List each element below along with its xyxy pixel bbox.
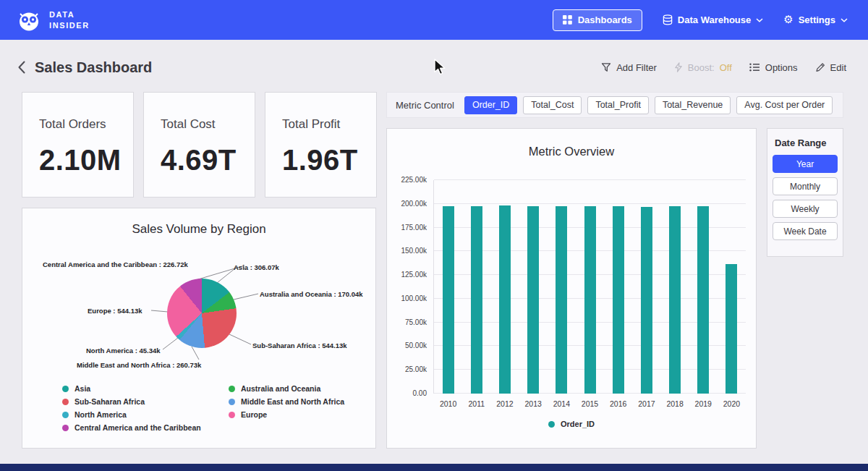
app-root: DATA INSIDER Dashboards D — [0, 0, 868, 471]
footer-bar — [0, 464, 868, 471]
bar-slot — [490, 180, 519, 394]
kpi-value: 4.69T — [161, 144, 255, 177]
boost-toggle[interactable]: Boost: Off — [674, 62, 732, 73]
legend-label: North America — [75, 410, 127, 419]
legend-dot — [62, 412, 69, 418]
brand-line2: INSIDER — [49, 20, 90, 31]
x-tick-label: 2012 — [490, 399, 519, 408]
y-axis: 0.0025.00k50.00k75.00k100.00k125.00k150.… — [393, 177, 433, 397]
kpi-value: 1.96T — [282, 144, 376, 177]
pie-label-australia-and-oceania: Australia and Oceania : 170.04k — [260, 290, 363, 298]
options-label: Options — [765, 62, 798, 73]
date-range-button-year[interactable]: Year — [773, 155, 838, 173]
pie-graphic[interactable] — [167, 279, 237, 348]
bar-2012[interactable] — [499, 205, 511, 394]
x-tick-label: 2010 — [434, 399, 462, 408]
pie-legend-column: AsiaSub-Saharan AfricaNorth AmericaCentr… — [62, 384, 229, 432]
pie-chart-card: Sales Volume by Region Central America a… — [22, 208, 376, 449]
bar-2017[interactable] — [641, 207, 652, 394]
bar-slot — [548, 180, 576, 394]
bar-2016[interactable] — [613, 206, 624, 394]
x-tick-label: 2019 — [689, 399, 718, 408]
date-range-button-week-date[interactable]: Week Date — [773, 222, 838, 240]
kpi-label: Total Profit — [282, 117, 376, 132]
bar-2018[interactable] — [669, 206, 681, 394]
legend-item-europe[interactable]: Europe — [229, 410, 344, 419]
options-button[interactable]: Options — [749, 62, 798, 73]
x-tick-label: 2020 — [718, 399, 746, 408]
bar-chart: 0.0025.00k50.00k75.00k100.00k125.00k150.… — [393, 180, 746, 394]
bar-slot — [434, 180, 462, 394]
pie-legend-column: Australia and OceaniaMiddle East and Nor… — [229, 384, 344, 432]
legend-item-central-america-and-the-caribbean[interactable]: Central America and the Caribbean — [62, 423, 229, 432]
legend-dot — [229, 412, 235, 418]
pie-label-north-america: North America : 45.34k — [86, 347, 161, 355]
legend-dot — [62, 386, 69, 392]
data-warehouse-label: Data Warehouse — [678, 14, 751, 25]
list-icon — [749, 63, 760, 72]
date-range-button-monthly[interactable]: Monthly — [773, 177, 838, 195]
dashboard-header: Sales Dashboard Add Filter Boost: Off — [17, 55, 846, 80]
bar-slot — [604, 180, 632, 394]
legend-item-asia[interactable]: Asia — [62, 384, 229, 393]
dashboards-button[interactable]: Dashboards — [553, 9, 642, 31]
metric-button-total-profit[interactable]: Total_Profit — [587, 96, 649, 114]
data-warehouse-menu[interactable]: Data Warehouse — [663, 14, 763, 25]
bar-2014[interactable] — [556, 206, 567, 394]
settings-menu[interactable]: ⚙ Settings — [783, 14, 848, 25]
bar-chart-legend: Order_ID — [387, 420, 756, 428]
boost-label: Boost: — [688, 62, 715, 73]
pie-label-middle-east-and-north-africa: Middle East and North Africa : 260.73k — [77, 361, 201, 369]
edit-label: Edit — [830, 62, 846, 73]
bar-slot — [661, 180, 689, 394]
chevron-down-icon — [756, 18, 763, 22]
date-range-panel: Date Range YearMonthlyWeeklyWeek Date — [767, 128, 843, 257]
bar-slot — [632, 180, 660, 394]
metric-button-total-cost[interactable]: Total_Cost — [523, 96, 582, 114]
pie-label-central-america-and-the-caribbean: Central America and the Caribbean : 226.… — [43, 260, 188, 268]
edit-button[interactable]: Edit — [815, 62, 846, 73]
bar-chart-card: Metric Overview 0.0025.00k50.00k75.00k10… — [386, 128, 757, 449]
owl-logo-icon — [16, 7, 42, 33]
y-tick-label: 50.00k — [405, 342, 427, 349]
legend-dot — [548, 421, 555, 428]
x-axis: 2010201120122013201420152016201720182019… — [434, 399, 746, 408]
brand-line1: DATA — [49, 9, 90, 20]
x-tick-label: 2016 — [604, 399, 632, 408]
metric-button-avg-cost-per-order[interactable]: Avg. Cost per Order — [736, 96, 833, 114]
legend-label: Sub-Saharan Africa — [75, 397, 145, 406]
legend-item-australia-and-oceania[interactable]: Australia and Oceania — [229, 384, 344, 393]
bar-2011[interactable] — [471, 206, 482, 394]
metric-button-total-revenue[interactable]: Total_Revenue — [655, 96, 731, 114]
metric-button-order-id[interactable]: Order_ID — [464, 96, 517, 114]
brand-text: DATA INSIDER — [49, 9, 90, 31]
navbar-actions: Dashboards Data Warehouse ⚙ Settings — [553, 9, 848, 31]
x-tick-label: 2017 — [632, 399, 660, 408]
date-range-button-weekly[interactable]: Weekly — [773, 200, 838, 218]
kpi-card-total-orders: Total Orders 2.10M — [22, 92, 134, 198]
back-button[interactable] — [17, 60, 26, 75]
legend-item-north-america[interactable]: North America — [62, 410, 229, 419]
legend-item-middle-east-and-north-africa[interactable]: Middle East and North Africa — [229, 397, 344, 406]
bar-2013[interactable] — [527, 206, 539, 394]
bar-2010[interactable] — [443, 206, 454, 394]
x-tick-label: 2013 — [519, 399, 548, 408]
bar-legend-label[interactable]: Order_ID — [561, 420, 595, 428]
bar-2019[interactable] — [697, 206, 709, 394]
x-tick-label: 2018 — [661, 399, 689, 408]
bar-2020[interactable] — [726, 264, 737, 394]
kpi-value: 2.10M — [39, 144, 133, 177]
y-tick-label: 175.00k — [401, 224, 427, 232]
kpi-card-total-profit: Total Profit 1.96T — [265, 92, 377, 198]
boost-value: Off — [720, 62, 732, 73]
legend-item-sub-saharan-africa[interactable]: Sub-Saharan Africa — [62, 397, 229, 406]
legend-label: Asia — [75, 384, 90, 393]
plot-area — [433, 180, 746, 394]
legend-label: Europe — [241, 410, 267, 419]
add-filter-button[interactable]: Add Filter — [601, 62, 657, 73]
legend-dot — [229, 399, 235, 405]
top-navbar: DATA INSIDER Dashboards D — [0, 0, 868, 40]
date-range-title: Date Range — [775, 137, 838, 148]
dashboard-grid-icon — [563, 15, 572, 25]
bar-2015[interactable] — [584, 206, 596, 394]
